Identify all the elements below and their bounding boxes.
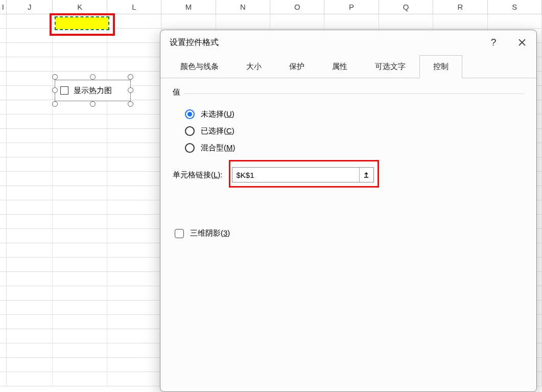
cell[interactable]: [0, 29, 7, 42]
cell[interactable]: [53, 200, 107, 214]
cell[interactable]: [107, 372, 161, 386]
col-header-N[interactable]: N: [216, 0, 270, 14]
cell[interactable]: [53, 258, 107, 271]
cell[interactable]: [0, 315, 7, 329]
cell[interactable]: [7, 29, 53, 42]
col-header-J[interactable]: J: [7, 0, 53, 14]
cell[interactable]: [433, 14, 487, 28]
cell[interactable]: [0, 86, 7, 100]
cell[interactable]: [7, 200, 53, 214]
cell[interactable]: [270, 14, 324, 28]
cell[interactable]: [7, 258, 53, 271]
cell[interactable]: [7, 129, 53, 143]
cell[interactable]: [53, 157, 107, 171]
cell[interactable]: [53, 43, 107, 57]
cell[interactable]: [107, 172, 161, 186]
cell[interactable]: [107, 43, 161, 57]
col-header-S[interactable]: S: [488, 0, 542, 14]
cell-link-input[interactable]: [232, 171, 359, 179]
cell[interactable]: [488, 14, 542, 28]
cell[interactable]: [0, 43, 7, 57]
cell-link-field[interactable]: [232, 167, 374, 182]
cell[interactable]: [7, 301, 53, 314]
cell[interactable]: [7, 343, 53, 357]
cell[interactable]: [0, 172, 7, 186]
resize-handle[interactable]: [90, 101, 96, 107]
cell[interactable]: [53, 57, 107, 71]
cell[interactable]: [7, 86, 53, 100]
cell[interactable]: [107, 29, 161, 42]
cell[interactable]: [107, 215, 161, 228]
resize-handle[interactable]: [128, 74, 133, 80]
col-header-M[interactable]: M: [161, 0, 216, 14]
cell[interactable]: [107, 143, 161, 157]
cell[interactable]: [7, 329, 53, 343]
cell[interactable]: [53, 229, 107, 243]
cell[interactable]: [107, 343, 161, 357]
cell[interactable]: [0, 301, 7, 314]
cell[interactable]: [0, 372, 7, 386]
cell[interactable]: [53, 329, 107, 343]
close-icon[interactable]: [517, 37, 527, 48]
cell[interactable]: [379, 14, 433, 28]
col-header-K[interactable]: K: [53, 0, 107, 14]
col-header-R[interactable]: R: [433, 0, 487, 14]
cell[interactable]: [53, 315, 107, 329]
tab-size[interactable]: 大小: [232, 55, 275, 78]
cell[interactable]: [0, 114, 7, 128]
cell[interactable]: [0, 243, 7, 257]
cell[interactable]: [107, 129, 161, 143]
cell[interactable]: [107, 57, 161, 71]
cell[interactable]: [107, 272, 161, 286]
col-header-Q[interactable]: Q: [379, 0, 433, 14]
cell[interactable]: [0, 343, 7, 357]
cell[interactable]: [7, 215, 53, 228]
cell[interactable]: [7, 372, 53, 386]
cell[interactable]: [7, 14, 53, 28]
cell[interactable]: [107, 229, 161, 243]
cell[interactable]: [7, 272, 53, 286]
tab-colors-lines[interactable]: 颜色与线条: [167, 55, 232, 78]
cell[interactable]: [7, 315, 53, 329]
cell[interactable]: [7, 243, 53, 257]
cell[interactable]: [53, 372, 107, 386]
cell[interactable]: [53, 343, 107, 357]
col-header-I[interactable]: I: [0, 0, 7, 14]
radio-mixed[interactable]: 混合型(M): [185, 143, 524, 153]
tab-protection[interactable]: 保护: [275, 55, 318, 78]
cell[interactable]: [324, 14, 379, 28]
form-control-inner[interactable]: 显示热力图: [55, 80, 131, 101]
cell[interactable]: [0, 258, 7, 271]
cell[interactable]: [7, 143, 53, 157]
cell[interactable]: [107, 243, 161, 257]
cell[interactable]: [53, 143, 107, 157]
cell[interactable]: [0, 329, 7, 343]
cell[interactable]: [0, 200, 7, 214]
cell[interactable]: [0, 72, 7, 85]
cell[interactable]: [7, 114, 53, 128]
cell[interactable]: [107, 186, 161, 200]
cell[interactable]: [7, 229, 53, 243]
cell[interactable]: [53, 114, 107, 128]
cell[interactable]: [7, 57, 53, 71]
cell[interactable]: [7, 286, 53, 300]
cell[interactable]: [0, 129, 7, 143]
cell[interactable]: [7, 186, 53, 200]
shadow-checkbox[interactable]: 三维阴影(3): [175, 228, 524, 238]
dialog-titlebar[interactable]: 设置控件格式 ?: [160, 30, 536, 55]
radio-unchecked[interactable]: 未选择(U): [185, 109, 524, 119]
cell[interactable]: [107, 258, 161, 271]
cell[interactable]: [0, 286, 7, 300]
range-picker-button[interactable]: [359, 168, 373, 182]
col-header-L[interactable]: L: [107, 0, 161, 14]
form-control-checkbox[interactable]: 显示热力图: [51, 75, 135, 106]
cell[interactable]: [107, 315, 161, 329]
cell[interactable]: [216, 14, 270, 28]
cell[interactable]: [107, 301, 161, 314]
tab-properties[interactable]: 属性: [318, 55, 361, 78]
cell[interactable]: [107, 286, 161, 300]
resize-handle[interactable]: [52, 87, 58, 93]
cell[interactable]: [0, 186, 7, 200]
cell[interactable]: [53, 186, 107, 200]
resize-handle[interactable]: [52, 101, 58, 107]
